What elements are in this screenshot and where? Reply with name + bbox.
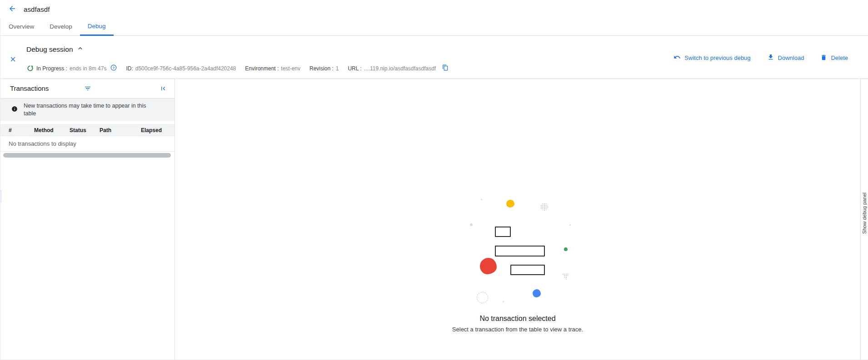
collapse-panel-button[interactable]	[157, 83, 169, 95]
topbar: asdfasdf	[0, 0, 868, 18]
copy-icon	[442, 64, 449, 72]
filter-transactions-button[interactable]	[82, 83, 94, 95]
switch-previous-debug-button[interactable]: Switch to previous debug	[673, 54, 750, 62]
download-button[interactable]: Download	[767, 54, 804, 62]
illustration-rect-small	[495, 227, 511, 237]
illustration-stipple-circle	[540, 203, 548, 211]
apigee-proxy-debug-page: asdfasdf Overview Develop Debug Debug se…	[0, 0, 868, 360]
close-icon	[9, 55, 17, 64]
id-value: d500ce9f-756c-4a85-956a-2a4adf420248	[135, 65, 236, 72]
horizontal-scrollbar	[0, 152, 175, 159]
column-number: #	[9, 127, 12, 133]
help-button[interactable]: ?	[110, 64, 117, 72]
page-body: Transactions New transactions may take t…	[0, 79, 868, 360]
url-value: ....119.nip.io/asdfasdfasdfasdf	[364, 65, 436, 72]
copy-url-button[interactable]	[442, 64, 449, 72]
state-value: ends in 8m 47s	[70, 65, 106, 72]
session-status-row: In Progress : ends in 8m 47s ? ID: d500c…	[27, 64, 458, 72]
illustration-speck	[503, 301, 504, 302]
environment-value: test-env	[281, 65, 300, 72]
illustration-blue-blob	[533, 289, 541, 297]
illustration-red-blob	[480, 258, 497, 274]
session-actions: Switch to previous debug Download Delete	[673, 54, 848, 62]
column-elapsed: Elapsed	[141, 127, 162, 133]
revision-value: 1	[336, 65, 339, 72]
chevron-up-icon[interactable]	[76, 44, 84, 54]
illustration-speck	[481, 199, 482, 200]
empty-state-subtitle: Select a transaction from the table to v…	[452, 326, 583, 333]
left-edge-accent	[0, 190, 2, 203]
page-title: asdfasdf	[24, 5, 50, 13]
back-button[interactable]	[6, 3, 18, 15]
info-banner-text: New transactions may take time to appear…	[24, 102, 150, 117]
trace-area: No transaction selected Select a transac…	[175, 79, 860, 360]
download-icon	[767, 54, 774, 62]
tab-overview[interactable]: Overview	[1, 18, 42, 36]
delete-label: Delete	[831, 54, 848, 61]
arrow-back-icon	[8, 5, 16, 14]
collapsed-debug-panel-strip: Show debug panel	[860, 79, 868, 360]
column-path: Path	[100, 127, 111, 133]
state-label: In Progress :	[36, 65, 67, 72]
tab-debug[interactable]: Debug	[80, 18, 114, 36]
status-revision: Revision : 1	[309, 65, 339, 72]
collapse-left-icon	[160, 85, 167, 94]
svg-text:?: ?	[113, 66, 115, 70]
status-url: URL : ....119.nip.io/asdfasdfasdfasdf	[348, 64, 449, 72]
id-label: ID:	[126, 65, 133, 72]
tab-develop[interactable]: Develop	[42, 18, 80, 36]
show-debug-panel-button[interactable]: Show debug panel	[862, 192, 867, 234]
illustration-dashed-circle	[477, 292, 488, 303]
illustration-speck	[470, 223, 473, 226]
status-environment: Environment : test-env	[245, 65, 300, 72]
debug-session-header: Debug session Switch to previous debug D…	[0, 36, 868, 79]
illustration-green-dot	[564, 247, 568, 251]
close-session-panel-button[interactable]	[7, 54, 19, 66]
empty-state-illustration	[422, 191, 613, 309]
column-method: Method	[34, 127, 54, 133]
empty-state-title: No transaction selected	[479, 315, 555, 323]
tabbar: Overview Develop Debug	[0, 18, 868, 36]
info-banner: New transactions may take time to appear…	[0, 99, 175, 121]
status-state: In Progress : ends in 8m 47s ?	[27, 64, 117, 72]
illustration-yellow-blob	[506, 200, 514, 207]
help-icon: ?	[110, 64, 117, 72]
status-id: ID: d500ce9f-756c-4a85-956a-2a4adf420248	[126, 65, 236, 72]
undo-icon	[673, 54, 681, 62]
in-progress-icon	[27, 65, 33, 71]
illustration-rect-medium	[510, 265, 545, 275]
url-label: URL :	[348, 65, 361, 72]
trash-icon	[820, 54, 827, 62]
filter-list-icon	[84, 85, 91, 94]
session-title-row: Debug session	[26, 44, 84, 54]
transactions-panel: Transactions New transactions may take t…	[0, 79, 175, 360]
delete-button[interactable]: Delete	[820, 54, 848, 62]
environment-label: Environment :	[245, 65, 279, 72]
session-title-label: Debug session	[26, 45, 73, 54]
transactions-panel-header: Transactions	[0, 79, 175, 99]
download-label: Download	[778, 54, 804, 61]
illustration-rect-large	[495, 246, 545, 256]
revision-label: Revision :	[309, 65, 334, 72]
illustration-stipple-triangle	[562, 273, 569, 280]
column-status: Status	[70, 127, 86, 133]
info-icon	[11, 106, 18, 114]
transactions-title: Transactions	[10, 84, 49, 92]
switch-previous-debug-label: Switch to previous debug	[684, 54, 750, 61]
horizontal-scrollbar-thumb[interactable]	[3, 153, 171, 158]
transactions-table-header: # Method Status Path Elapsed	[0, 124, 175, 136]
transactions-empty-message: No transactions to display	[0, 136, 175, 152]
illustration-speck	[569, 224, 571, 226]
